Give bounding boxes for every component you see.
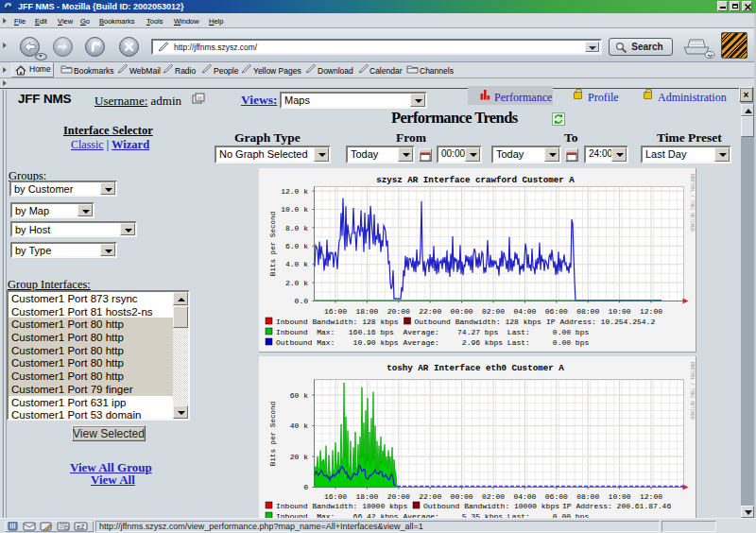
svg-text:eZ: eZ — [77, 524, 84, 531]
svg-text:0.0: 0.0 — [295, 297, 309, 305]
svg-text:Inbound Max: 160.16 bps Av: Inbound Max: 160.16 bps Average: 74.27 b… — [276, 328, 589, 336]
svg-text:8.0 k: 8.0 k — [285, 224, 308, 232]
svg-text:Bits per Second: Bits per Second — [269, 212, 277, 276]
svg-text:RRDTOOL / TOBI OETIKER: RRDTOOL / TOBI OETIKER — [690, 174, 695, 232]
svg-text:IP Address: 200.61.87.46: IP Address: 200.61.87.46 — [562, 502, 671, 510]
svg-text:Outbound Bandwidth: 128 kbps: Outbound Bandwidth: 128 kbps — [415, 318, 542, 326]
svg-text:00:00: 00:00 — [451, 492, 473, 501]
svg-text:10:00: 10:00 — [609, 492, 631, 501]
svg-text:2.0 k: 2.0 k — [285, 279, 308, 287]
svg-text:18:00: 18:00 — [355, 307, 378, 316]
svg-text:4.0 k: 4.0 k — [285, 260, 308, 268]
svg-text:Outbound Max: 10.90 kbps Av: Outbound Max: 10.90 kbps Average: 2.96 k… — [276, 338, 589, 347]
svg-text:6.0 k: 6.0 k — [285, 242, 308, 250]
svg-text:06:00: 06:00 — [545, 307, 568, 316]
svg-text:22:00: 22:00 — [419, 307, 441, 316]
svg-text:Inbound Bandwidth: 10000 kbps: Inbound Bandwidth: 10000 kbps — [276, 502, 407, 510]
svg-text:18:00: 18:00 — [355, 492, 378, 501]
svg-text:06:00: 06:00 — [545, 492, 568, 501]
svg-text:20:00: 20:00 — [387, 307, 410, 316]
svg-text:08:00: 08:00 — [576, 307, 599, 316]
svg-text:12.0 k: 12.0 k — [281, 187, 308, 196]
svg-text:IP Address: 10.254.254.2: IP Address: 10.254.254.2 — [546, 318, 655, 326]
svg-text:04:00: 04:00 — [513, 307, 536, 316]
svg-text:16:00: 16:00 — [324, 492, 347, 501]
svg-text:60 k: 60 k — [290, 391, 308, 400]
svg-text:04:00: 04:00 — [513, 492, 536, 501]
svg-text:02:00: 02:00 — [482, 307, 505, 316]
svg-text:10:00: 10:00 — [609, 307, 631, 316]
svg-text:10.0 k: 10.0 k — [281, 205, 308, 214]
svg-text:20 k: 20 k — [290, 453, 308, 461]
svg-text:Inbound Bandwidth: 128 kbps: Inbound Bandwidth: 128 kbps — [276, 318, 399, 326]
svg-text:22:00: 22:00 — [419, 492, 441, 501]
svg-text:02:00: 02:00 — [482, 492, 505, 501]
svg-text:szysz AR Interface crawford Cu: szysz AR Interface crawford Customer A — [376, 175, 575, 185]
svg-text:08:00: 08:00 — [576, 492, 599, 501]
svg-text:40 k: 40 k — [290, 421, 308, 430]
svg-text:20:00: 20:00 — [387, 492, 410, 501]
svg-text:16:00: 16:00 — [324, 307, 347, 316]
svg-text:toshy AR Interface eth0 Custom: toshy AR Interface eth0 Customer A — [387, 363, 564, 373]
svg-text:Outbound Bandwidth: 10000 kbps: Outbound Bandwidth: 10000 kbps — [423, 502, 559, 510]
svg-text:00:00: 00:00 — [451, 307, 473, 316]
svg-text:12:00: 12:00 — [640, 492, 662, 501]
svg-text:12:00: 12:00 — [640, 307, 662, 316]
svg-text:Bits per Second: Bits per Second — [269, 402, 277, 466]
svg-text:RRDTOOL / TOBI OETIKER: RRDTOOL / TOBI OETIKER — [690, 362, 695, 420]
svg-text:0: 0 — [303, 483, 308, 491]
